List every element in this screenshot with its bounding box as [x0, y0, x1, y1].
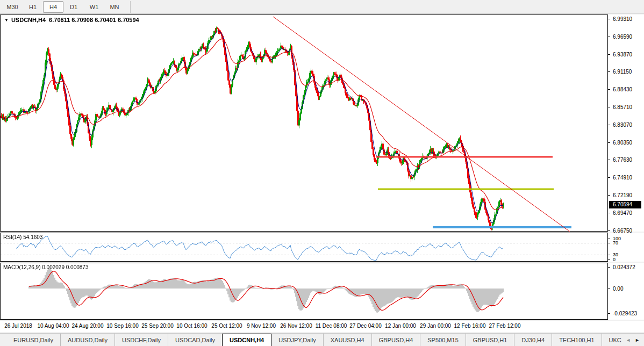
- symbol-tab-usdcnh-h4[interactable]: USDCNH,H4: [222, 334, 271, 346]
- date-axis[interactable]: 26 Jul 201810 Aug 04:0024 Aug 20:0010 Se…: [0, 321, 644, 332]
- price-tick-mark: [608, 125, 610, 125]
- indicator-tick-label: 0.00: [613, 286, 623, 292]
- price-tick-label: 6.91150: [613, 69, 632, 75]
- timeframe-button-h4[interactable]: H4: [43, 1, 63, 13]
- indicator-tick-mark: [608, 260, 610, 260]
- macd-indicator-label: MACD(12,26,9) 0.002029 0.000873: [3, 264, 88, 270]
- indicator-tick-label: -0.029423: [613, 311, 637, 316]
- date-tick-label: 9 Nov 12:00: [247, 323, 276, 329]
- symbol-tab-dj30-h4[interactable]: DJ30,H4: [514, 334, 552, 346]
- tab-scroll-left-icon[interactable]: ◄: [626, 337, 631, 343]
- price-tick-mark: [608, 89, 610, 90]
- date-tick-label: 27 Dec 04:00: [349, 323, 382, 329]
- current-price-badge: 6.70594: [609, 201, 641, 208]
- timeframe-button-m30[interactable]: M30: [2, 1, 23, 13]
- indicator-tick-mark: [608, 243, 610, 243]
- tab-scrollers: ◄►: [621, 334, 644, 346]
- main-chart-canvas[interactable]: [0, 15, 608, 232]
- timeframe-button-w1[interactable]: W1: [84, 1, 104, 13]
- symbol-tabbar: EURUSD,DailyAUDUSD,DailyUSDCHF,DailyUSDC…: [0, 333, 644, 346]
- chart-title: ▼USDCNH,H46.70811 6.70908 6.70401 6.7059…: [4, 17, 139, 23]
- price-tick-mark: [608, 107, 610, 107]
- price-tick-mark: [608, 19, 610, 19]
- date-tick-label: 10 Aug 04:00: [38, 323, 69, 329]
- price-tick-mark: [608, 195, 610, 196]
- macd-scale[interactable]: 0.0243720.00-0.029423: [608, 263, 644, 320]
- price-tick-mark: [608, 37, 610, 37]
- timeframe-button-mn[interactable]: MN: [104, 1, 125, 13]
- toolbar-separator: [130, 1, 131, 13]
- symbol-tab-eurusd-daily[interactable]: EURUSD,Daily: [6, 334, 60, 346]
- macd-panel-canvas[interactable]: [0, 263, 608, 320]
- symbol-tab-tech100-h1[interactable]: TECH100,H1: [552, 334, 601, 346]
- tab-scroll-right-icon[interactable]: ►: [635, 337, 640, 343]
- indicator-tick-label: 0.024372: [613, 264, 635, 270]
- date-tick-label: 10 Oct 16:00: [176, 323, 207, 329]
- price-tick-mark: [608, 142, 610, 143]
- price-tick-mark: [608, 54, 610, 55]
- price-tick-label: 6.72190: [613, 192, 632, 198]
- chart-symbol: USDCNH,H4: [11, 17, 46, 23]
- price-tick-mark: [608, 71, 610, 72]
- indicator-tick-mark: [608, 239, 610, 239]
- price-tick-mark: [608, 213, 610, 213]
- date-tick-label: 26 Jul 2018: [4, 323, 32, 329]
- price-tick-label: 6.77630: [613, 157, 632, 163]
- price-scale[interactable]: 6.70594 6.993106.965906.938706.911506.88…: [608, 15, 644, 232]
- price-tick-mark: [608, 230, 610, 231]
- rsi-scale[interactable]: 10070300: [608, 233, 644, 262]
- price-tick-label: 6.69470: [613, 210, 632, 215]
- date-tick-label: 12 Jan 00:00: [385, 323, 416, 329]
- indicator-tick-mark: [608, 289, 610, 289]
- indicator-tick-label: 0: [613, 257, 616, 262]
- price-tick-label: 6.93870: [613, 51, 632, 57]
- date-tick-label: 25 Oct 12:00: [211, 323, 242, 329]
- rsi-indicator-label: RSI(14) 54.1603: [3, 234, 42, 240]
- symbol-tab-usdcad-daily[interactable]: USDCAD,Daily: [168, 334, 222, 346]
- timeframe-button-h1[interactable]: H1: [23, 1, 43, 13]
- date-tick-label: 10 Sep 16:00: [106, 323, 139, 329]
- timeframe-toolbar: M30H1H4D1W1MN: [0, 0, 644, 14]
- date-tick-label: 27 Feb 12:00: [489, 323, 521, 329]
- price-tick-mark: [608, 160, 610, 160]
- symbol-tab-sp500-m15[interactable]: SP500,M15: [420, 334, 465, 346]
- symbol-tab-gbpusd-h1[interactable]: GBPUSD,H1: [466, 334, 514, 346]
- indicator-tick-mark: [608, 313, 610, 314]
- chevron-down-icon: ▼: [4, 18, 9, 23]
- indicator-tick-label: 70: [613, 240, 618, 246]
- date-tick-label: 25 Sep 20:00: [141, 323, 174, 329]
- price-tick-label: 6.74910: [613, 175, 632, 181]
- price-tick-label: 6.88430: [613, 86, 632, 92]
- price-tick-label: 6.80350: [613, 139, 632, 145]
- symbol-tab-xauusd-h4[interactable]: XAUUSD,H4: [323, 334, 371, 346]
- symbol-tab-ukc[interactable]: UKC: [602, 334, 621, 346]
- symbol-tab-gbpusd-h4[interactable]: GBPUSD,H4: [371, 334, 420, 346]
- timeframe-button-d1[interactable]: D1: [63, 1, 84, 13]
- date-tick-label: 29 Jan 00:00: [420, 323, 451, 329]
- date-tick-label: 24 Aug 20:00: [72, 323, 104, 329]
- symbol-tab-audusd-daily[interactable]: AUDUSD,Daily: [60, 334, 115, 346]
- price-tick-label: 6.99310: [613, 16, 632, 22]
- date-tick-label: 12 Feb 16:00: [454, 323, 486, 329]
- indicator-tick-mark: [608, 255, 610, 255]
- price-tick-mark: [608, 177, 610, 178]
- price-tick-label: 6.96590: [613, 33, 632, 39]
- date-tick-label: 26 Nov 12:00: [280, 323, 312, 329]
- symbol-tab-usdchf-daily[interactable]: USDCHF,Daily: [115, 334, 168, 346]
- price-tick-label: 6.83070: [613, 121, 632, 127]
- indicator-tick-mark: [608, 267, 610, 268]
- rsi-panel-canvas[interactable]: [0, 233, 608, 262]
- price-tick-label: 6.85710: [613, 104, 632, 110]
- chart-ohlc-values: 6.70811 6.70908 6.70401 6.70594: [49, 17, 139, 23]
- date-tick-label: 11 Dec 08:00: [316, 323, 347, 329]
- symbol-tab-usdjpy-daily[interactable]: USDJPY,Daily: [271, 334, 323, 346]
